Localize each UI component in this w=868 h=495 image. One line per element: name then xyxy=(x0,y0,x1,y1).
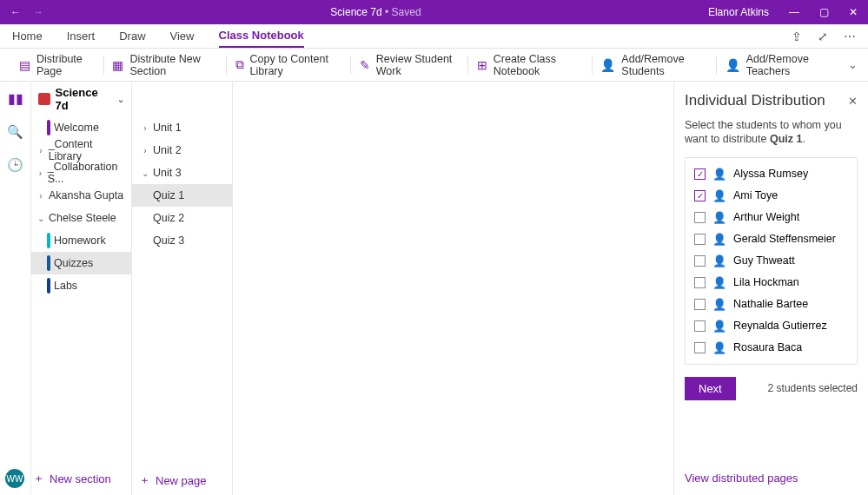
student-name: Guy Thweatt xyxy=(733,254,795,267)
minimize-button[interactable]: — xyxy=(779,6,809,18)
student-name: Ami Toye xyxy=(733,189,778,201)
cmd-review-student-work[interactable]: ✎Review Student Work xyxy=(351,49,467,81)
person-icon: 👤 xyxy=(712,189,726,202)
back-button[interactable]: ← xyxy=(10,6,21,18)
section-item[interactable]: Homework xyxy=(31,229,131,252)
checkbox[interactable] xyxy=(694,299,706,310)
onenote-icon[interactable]: ▮▮ xyxy=(8,90,23,107)
cmd-icon: ✎ xyxy=(360,58,370,72)
cmd-icon: ▤ xyxy=(19,58,30,72)
forward-button[interactable]: → xyxy=(33,6,43,18)
student-row[interactable]: 👤Guy Thweatt xyxy=(686,250,857,272)
student-name: Reynalda Gutierrez xyxy=(733,320,827,332)
view-distributed-link[interactable]: View distributed pages xyxy=(685,472,798,485)
cmd-icon: ⧉ xyxy=(235,57,244,72)
page-item[interactable]: Quiz 1 xyxy=(132,184,232,207)
student-name: Arthur Weight xyxy=(733,211,799,223)
student-row[interactable]: 👤Nathalie Bartee xyxy=(686,294,857,315)
ribbon-commands: ▤Distribute Page▦Distribute New Section⧉… xyxy=(0,49,868,82)
checkbox[interactable] xyxy=(694,212,706,223)
student-row[interactable]: ✓👤Ami Toye xyxy=(686,185,857,207)
checkbox[interactable] xyxy=(694,320,706,332)
student-name: Lila Hockman xyxy=(733,276,799,288)
person-icon: 👤 xyxy=(712,298,726,311)
person-icon: 👤 xyxy=(712,320,726,333)
tab-view[interactable]: View xyxy=(170,24,195,48)
section-item[interactable]: ›_Collaboration S... xyxy=(31,162,131,184)
page-item[interactable]: Quiz 2 xyxy=(132,207,232,229)
selection-count: 2 students selected xyxy=(768,382,858,394)
left-rail: ▮▮ 🔍 🕒 xyxy=(0,82,31,495)
section-item[interactable]: Labs xyxy=(31,274,131,297)
checkbox[interactable] xyxy=(694,342,706,353)
cmd-add-remove-students[interactable]: 👤Add/Remove Students xyxy=(592,49,715,81)
checkbox[interactable] xyxy=(694,277,706,288)
fullscreen-icon[interactable]: ⤢ xyxy=(818,30,828,43)
share-icon[interactable]: ⇪ xyxy=(792,30,802,43)
section-item[interactable]: ›Akansha Gupta xyxy=(31,184,131,207)
more-icon[interactable]: ⋯ xyxy=(844,30,856,43)
notebook-picker[interactable]: Science 7d ⌄ xyxy=(31,82,131,116)
checkbox[interactable]: ✓ xyxy=(694,190,706,201)
cmd-icon: 👤 xyxy=(726,58,740,72)
student-name: Rosaura Baca xyxy=(733,341,802,353)
student-row[interactable]: 👤Rosaura Baca xyxy=(686,337,857,359)
cmd-copy-to-content-library[interactable]: ⧉Copy to Content Library xyxy=(227,49,350,81)
person-icon: 👤 xyxy=(712,168,726,181)
student-name: Alyssa Rumsey xyxy=(733,168,808,180)
ribbon-overflow-icon[interactable]: ⌄ xyxy=(848,58,858,71)
close-button[interactable]: ✕ xyxy=(838,6,868,18)
student-row[interactable]: 👤Gerald Steffensmeier xyxy=(686,228,857,250)
section-item[interactable]: ›_Content Library xyxy=(31,139,131,162)
notebook-color-icon xyxy=(38,93,50,105)
next-button[interactable]: Next xyxy=(685,377,736,400)
student-row[interactable]: 👤Lila Hockman xyxy=(686,272,857,294)
tab-class-notebook[interactable]: Class Notebook xyxy=(219,24,304,48)
person-icon: 👤 xyxy=(712,276,726,289)
unit-item[interactable]: ›Unit 1 xyxy=(132,116,232,139)
section-item[interactable]: ⌄Chelse Steele xyxy=(31,207,131,229)
student-name: Nathalie Bartee xyxy=(733,298,808,310)
checkbox[interactable] xyxy=(694,255,706,267)
tab-insert[interactable]: Insert xyxy=(67,24,96,48)
cmd-create-class-notebook[interactable]: ⊞Create Class Notebook xyxy=(468,49,592,81)
page-list: ›Unit 1›Unit 2⌄Unit 3 Quiz 1Quiz 2Quiz 3 xyxy=(132,82,233,495)
checkbox[interactable]: ✓ xyxy=(694,168,706,180)
tab-draw[interactable]: Draw xyxy=(119,24,145,48)
section-item[interactable]: Quizzes xyxy=(31,252,131,274)
cmd-icon: ⊞ xyxy=(477,58,487,72)
cmd-distribute-new-section[interactable]: ▦Distribute New Section xyxy=(103,49,225,81)
unit-item[interactable]: ›Unit 2 xyxy=(132,139,232,162)
student-name: Gerald Steffensmeier xyxy=(733,233,836,245)
distribution-panel: Individual Distribution ✕ Select the stu… xyxy=(673,82,868,495)
close-panel-button[interactable]: ✕ xyxy=(848,95,858,108)
person-icon: 👤 xyxy=(712,211,726,224)
cmd-icon: ▦ xyxy=(112,58,123,72)
restore-button[interactable]: ▢ xyxy=(809,6,838,18)
person-icon: 👤 xyxy=(712,254,726,267)
title-bar: ← → Science 7d • Saved Elanor Atkins — ▢… xyxy=(0,0,868,24)
student-row[interactable]: 👤Arthur Weight xyxy=(686,207,857,228)
unit-item[interactable]: ⌄Unit 3 xyxy=(132,162,232,184)
recent-icon[interactable]: 🕒 xyxy=(7,157,23,173)
user-name[interactable]: Elanor Atkins xyxy=(698,6,779,18)
tab-home[interactable]: Home xyxy=(12,24,43,48)
search-icon[interactable]: 🔍 xyxy=(7,124,23,140)
checkbox[interactable] xyxy=(694,234,706,245)
new-section-button[interactable]: ＋New section xyxy=(33,471,111,486)
student-row[interactable]: 👤Reynalda Gutierrez xyxy=(686,315,857,337)
new-page-button[interactable]: ＋New page xyxy=(139,472,207,488)
student-list: ✓👤Alyssa Rumsey✓👤Ami Toye👤Arthur Weight👤… xyxy=(685,157,858,365)
ribbon-tabs: HomeInsertDrawViewClass Notebook ⇪ ⤢ ⋯ xyxy=(0,24,868,49)
panel-description: Select the students to whom you want to … xyxy=(685,118,858,147)
student-row[interactable]: ✓👤Alyssa Rumsey xyxy=(686,163,857,185)
cmd-add-remove-teachers[interactable]: 👤Add/Remove Teachers xyxy=(717,49,841,81)
person-icon: 👤 xyxy=(712,341,726,354)
page-item[interactable]: Quiz 3 xyxy=(132,229,232,252)
person-icon: 👤 xyxy=(712,233,726,246)
section-list: Science 7d ⌄ Welcome›_Content Library›_C… xyxy=(31,82,132,495)
avatar[interactable]: WW xyxy=(5,469,24,488)
page-canvas[interactable] xyxy=(233,82,673,495)
section-item[interactable]: Welcome xyxy=(31,116,131,139)
cmd-distribute-page[interactable]: ▤Distribute Page xyxy=(10,49,103,81)
